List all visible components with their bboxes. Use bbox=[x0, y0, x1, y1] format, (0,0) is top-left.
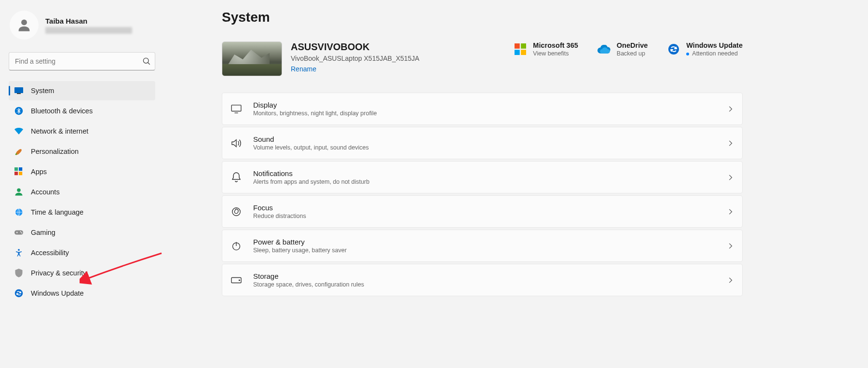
nav-item-apps[interactable]: Apps bbox=[9, 162, 155, 181]
avatar bbox=[10, 11, 39, 40]
nav-item-system[interactable]: System bbox=[9, 81, 155, 100]
nav-label: Gaming bbox=[31, 229, 55, 236]
device-info: ASUSVIVOBOOK VivoBook_ASUSLaptop X515JAB… bbox=[222, 41, 514, 76]
svg-point-19 bbox=[668, 44, 679, 55]
svg-point-8 bbox=[17, 189, 21, 192]
privacy-security-icon bbox=[14, 269, 23, 277]
svg-rect-6 bbox=[14, 172, 18, 175]
nav-label: Network & internet bbox=[31, 127, 88, 135]
windows-update-icon bbox=[14, 289, 23, 298]
nav-label: Privacy & security bbox=[31, 269, 86, 277]
svg-rect-18 bbox=[521, 50, 527, 55]
bluetooth-icon bbox=[14, 107, 23, 115]
card-title: Sound bbox=[253, 135, 716, 143]
windows-update-icon bbox=[667, 42, 680, 56]
device-header-row: ASUSVIVOBOOK VivoBook_ASUSLaptop X515JAB… bbox=[222, 41, 743, 76]
chevron-right-icon bbox=[728, 277, 733, 283]
personalization-icon bbox=[14, 147, 23, 156]
nav-item-personalization[interactable]: Personalization bbox=[9, 142, 155, 161]
quicklink-microsoft-365[interactable]: Microsoft 365 View benefits bbox=[514, 41, 578, 57]
card-title: Focus bbox=[253, 204, 716, 212]
nav-item-bluetooth[interactable]: Bluetooth & devices bbox=[9, 101, 155, 121]
chevron-right-icon bbox=[728, 106, 733, 112]
svg-point-24 bbox=[239, 280, 240, 281]
quicklink-title: OneDrive bbox=[617, 41, 648, 49]
card-title: Display bbox=[253, 101, 716, 109]
nav-item-privacy-security[interactable]: Privacy & security bbox=[9, 263, 155, 283]
quicklink-onedrive[interactable]: OneDrive Backed up bbox=[597, 41, 648, 57]
card-focus[interactable]: Focus Reduce distractions bbox=[222, 195, 743, 228]
svg-rect-5 bbox=[19, 167, 22, 171]
svg-point-0 bbox=[21, 19, 27, 25]
desktop-wallpaper-thumbnail[interactable] bbox=[222, 41, 282, 76]
gaming-icon bbox=[14, 228, 23, 237]
nav-item-gaming[interactable]: Gaming bbox=[9, 223, 155, 242]
nav-item-windows-update[interactable]: Windows Update bbox=[9, 284, 155, 303]
apps-icon bbox=[14, 167, 23, 176]
nav-item-time-language[interactable]: Time & language bbox=[9, 203, 155, 222]
card-sub: Volume levels, output, input, sound devi… bbox=[253, 144, 716, 151]
network-icon bbox=[14, 127, 23, 136]
accounts-icon bbox=[14, 188, 23, 196]
nav-label: Bluetooth & devices bbox=[31, 107, 93, 115]
nav-label: Accounts bbox=[31, 188, 60, 196]
chevron-right-icon bbox=[728, 243, 733, 249]
nav-label: Windows Update bbox=[31, 289, 84, 297]
svg-point-12 bbox=[21, 232, 22, 233]
user-account-button[interactable]: Taiba Hasan bbox=[9, 9, 164, 45]
main-content: System ASUSVIVOBOOK VivoBook_ASUSLaptop … bbox=[164, 0, 868, 368]
nav-item-accessibility[interactable]: Accessibility bbox=[9, 243, 155, 262]
nav-label: Apps bbox=[31, 168, 47, 176]
power-icon bbox=[231, 241, 242, 251]
time-language-icon bbox=[14, 208, 23, 217]
card-sub: Alerts from apps and system, do not dist… bbox=[253, 178, 716, 185]
card-title: Storage bbox=[253, 272, 716, 280]
chevron-right-icon bbox=[728, 175, 733, 180]
storage-icon bbox=[231, 275, 242, 286]
card-title: Notifications bbox=[253, 169, 716, 177]
svg-rect-16 bbox=[521, 43, 527, 49]
sound-icon bbox=[231, 138, 242, 149]
quicklink-sub: View benefits bbox=[533, 50, 578, 57]
focus-icon bbox=[231, 206, 242, 217]
sidebar: Taiba Hasan System Bluetooth & devices bbox=[0, 0, 164, 368]
notifications-icon bbox=[231, 172, 242, 183]
page-title: System bbox=[222, 10, 743, 25]
card-power-battery[interactable]: Power & battery Sleep, battery usage, ba… bbox=[222, 230, 743, 262]
card-storage[interactable]: Storage Storage space, drives, configura… bbox=[222, 264, 743, 296]
svg-point-13 bbox=[18, 249, 20, 251]
card-sub: Storage space, drives, configuration rul… bbox=[253, 281, 716, 288]
accessibility-icon bbox=[14, 248, 23, 257]
rename-pc-link[interactable]: Rename bbox=[291, 65, 316, 73]
nav-label: Personalization bbox=[31, 148, 79, 155]
nav-item-network[interactable]: Network & internet bbox=[9, 122, 155, 141]
chevron-right-icon bbox=[728, 140, 733, 146]
system-icon bbox=[14, 86, 23, 95]
card-title: Power & battery bbox=[253, 238, 716, 246]
svg-point-11 bbox=[20, 231, 21, 232]
onedrive-icon bbox=[597, 42, 611, 56]
card-notifications[interactable]: Notifications Alerts from apps and syste… bbox=[222, 161, 743, 193]
nav-label: Accessibility bbox=[31, 249, 69, 257]
settings-app: Taiba Hasan System Bluetooth & devices bbox=[0, 0, 868, 368]
quicklink-windows-update[interactable]: Windows Update Attention needed bbox=[667, 41, 743, 57]
svg-rect-2 bbox=[17, 93, 21, 94]
display-icon bbox=[231, 104, 242, 114]
nav-item-accounts[interactable]: Accounts bbox=[9, 182, 155, 202]
device-name: ASUSVIVOBOOK bbox=[291, 41, 420, 53]
device-model: VivoBook_ASUSLaptop X515JAB_X515JA bbox=[291, 55, 420, 62]
search-icon bbox=[143, 57, 150, 65]
quicklink-title: Windows Update bbox=[686, 41, 743, 49]
settings-card-list: Display Monitors, brightness, night ligh… bbox=[222, 93, 743, 296]
search-input[interactable] bbox=[9, 52, 155, 70]
svg-rect-20 bbox=[231, 105, 241, 111]
nav-label: Time & language bbox=[31, 208, 83, 216]
chevron-right-icon bbox=[728, 209, 733, 215]
card-sound[interactable]: Sound Volume levels, output, input, soun… bbox=[222, 127, 743, 159]
svg-rect-4 bbox=[14, 167, 18, 171]
svg-rect-7 bbox=[19, 172, 22, 175]
card-display[interactable]: Display Monitors, brightness, night ligh… bbox=[222, 93, 743, 125]
user-email-blurred bbox=[45, 27, 132, 34]
nav: System Bluetooth & devices Network & int… bbox=[9, 81, 155, 303]
quick-links: Microsoft 365 View benefits OneDrive Bac… bbox=[514, 41, 743, 57]
